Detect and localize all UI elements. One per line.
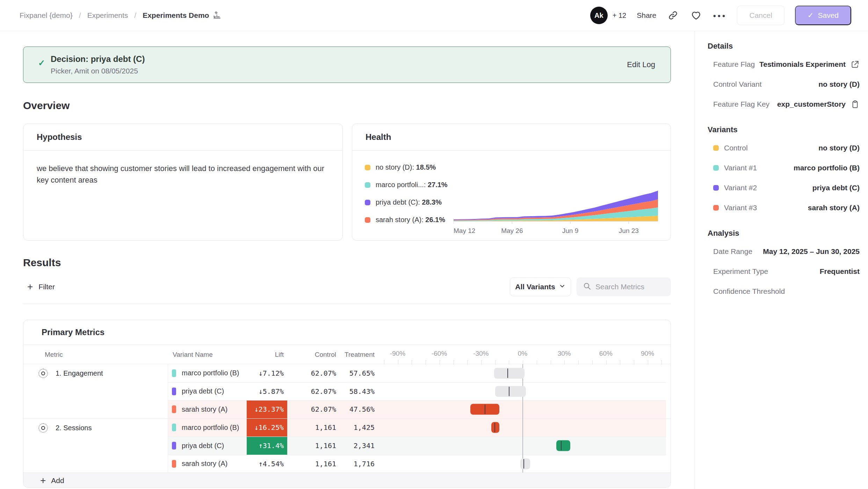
- metrics-table-header: Metric Variant Name Lift Control Treatme…: [23, 345, 671, 364]
- lift-value: ↓7.12%: [259, 369, 284, 377]
- confidence-interval-mid-tick: [523, 459, 524, 468]
- axis-tick-label: -90%: [390, 350, 405, 357]
- variant-color-chip: [172, 460, 176, 468]
- sidebar-section-heading: Variants: [708, 125, 860, 134]
- breadcrumb: Fixpanel {demo} / Experiments / Experime…: [20, 10, 222, 21]
- divider: [23, 304, 671, 304]
- clipboard-icon[interactable]: [851, 100, 860, 109]
- metric-target-icon-inner: [41, 371, 45, 375]
- column-header-lift: Lift: [247, 351, 287, 359]
- legend-color-chip: [365, 182, 370, 188]
- table-row[interactable]: sarah story (A)↓23.37%62.07%47.56%: [168, 400, 666, 418]
- sidebar-row-value: no story (D): [818, 144, 860, 152]
- confidence-interval-bar: [491, 422, 500, 433]
- cancel-button[interactable]: Cancel: [737, 6, 784, 25]
- lift-cell: ↓23.37%: [247, 401, 287, 418]
- variants-dropdown[interactable]: All Variants: [510, 277, 571, 296]
- treatment-value: 47.56%: [340, 405, 378, 413]
- health-chart-x-labels: May 12May 26Jun 9Jun 23: [454, 224, 658, 235]
- breadcrumb-experiments[interactable]: Experiments: [87, 11, 128, 20]
- variant-color-chip: [713, 205, 719, 211]
- treatment-value: 1,425: [340, 423, 378, 432]
- results-toolbar-right: All Variants: [510, 277, 671, 296]
- copy-link-icon[interactable]: [667, 9, 679, 22]
- share-button[interactable]: Share: [637, 11, 656, 20]
- search-input[interactable]: [595, 283, 665, 291]
- table-row[interactable]: priya debt (C)↑31.4%1,1612,341: [168, 437, 666, 455]
- external-link-icon[interactable]: [851, 60, 860, 69]
- variant-name: priya debt (C): [182, 387, 224, 395]
- favorite-heart-icon[interactable]: [690, 9, 702, 22]
- metric-target-icon-inner: [41, 426, 45, 430]
- overview-cards: Hypothesis we believe that showing custo…: [23, 123, 671, 241]
- lift-value: ↓23.37%: [254, 405, 284, 413]
- sidebar-row: Feature FlagTestimonials Experiment: [708, 54, 860, 74]
- confidence-interval-mid-tick: [485, 405, 485, 414]
- confidence-interval-cell: [378, 455, 666, 473]
- lift-cell: ↓5.87%: [247, 383, 287, 401]
- table-row[interactable]: priya debt (C)↓5.87%62.07%58.43%: [168, 382, 666, 401]
- confidence-interval-cell: [378, 364, 666, 382]
- breadcrumb-current[interactable]: Experiments Demo: [143, 10, 222, 21]
- variant-color-chip: [172, 442, 176, 449]
- legend-color-chip: [365, 165, 370, 170]
- metric-rows: marco portfolio (B)↓7.12%62.07%57.65%pri…: [168, 364, 666, 418]
- control-value: 1,161: [287, 441, 340, 450]
- sidebar-row-value[interactable]: Testimonials Experiment: [759, 60, 846, 69]
- primary-metrics-title: Primary Metrics: [42, 327, 104, 337]
- lift-value: ↓16.25%: [254, 423, 284, 432]
- confidence-interval-cell: [378, 383, 666, 401]
- saved-button[interactable]: ✓ Saved: [795, 6, 851, 25]
- sidebar-section-variants: VariantsControlno story (D)Variant #1mar…: [708, 125, 860, 218]
- table-row[interactable]: marco portfolio (B)↓16.25%1,1611,425: [168, 419, 666, 437]
- metric-cell[interactable]: 2. Sessions: [23, 419, 168, 473]
- breadcrumb-project[interactable]: Fixpanel {demo}: [20, 11, 73, 20]
- metric-cell[interactable]: 1. Engagement: [23, 364, 168, 418]
- column-header-control: Control: [287, 351, 340, 359]
- treatment-value: 58.43%: [340, 387, 378, 396]
- sidebar-row-value[interactable]: exp_customerStory: [777, 100, 846, 108]
- metric-group: 1. Engagementmarco portfolio (B)↓7.12%62…: [23, 364, 671, 418]
- add-metric-row[interactable]: + Add: [23, 473, 671, 488]
- legend-label: sarah story (A): 26.1%: [376, 216, 445, 224]
- check-icon: ✓: [38, 58, 45, 68]
- variant-color-chip: [172, 405, 176, 413]
- variant-color-chip: [172, 388, 176, 395]
- variant-cell: marco portfolio (B): [168, 369, 247, 377]
- edit-log-button[interactable]: Edit Log: [627, 47, 655, 83]
- more-options-button[interactable]: ●●●: [713, 13, 726, 19]
- sidebar-section-heading: Analysis: [708, 229, 860, 238]
- confidence-interval-bar: [495, 386, 526, 397]
- sidebar-row-label: Control Variant: [713, 80, 762, 88]
- health-legend-item: priya debt (C): 28.3%: [365, 198, 454, 206]
- legend-color-chip: [365, 217, 370, 223]
- column-header-variant: Variant Name: [168, 351, 247, 359]
- variant-cell: marco portfolio (B): [168, 424, 247, 432]
- health-card: Health no story (D): 18.5%marco portfoli…: [352, 123, 671, 241]
- details-sidebar: DetailsFeature FlagTestimonials Experime…: [694, 31, 868, 489]
- sidebar-section-heading: Details: [708, 42, 860, 51]
- sidebar-row: Variant #2priya debt (C): [708, 178, 860, 198]
- column-header-metric: Metric: [23, 351, 168, 359]
- table-row[interactable]: sarah story (A)↑4.54%1,1611,716: [168, 455, 666, 473]
- treatment-value: 57.65%: [340, 369, 378, 377]
- search-icon: [583, 282, 591, 292]
- variant-color-chip: [713, 145, 719, 151]
- confidence-interval-mid-tick: [509, 387, 509, 396]
- sidebar-row-label: Variant #1: [724, 164, 757, 172]
- hypothesis-body: we believe that showing customer stories…: [23, 151, 342, 198]
- add-filter-button[interactable]: + Filter: [23, 282, 55, 292]
- variant-name: sarah story (A): [182, 460, 227, 468]
- metrics-search[interactable]: [577, 277, 671, 296]
- collaborators-count[interactable]: + 12: [613, 12, 626, 20]
- plus-icon: +: [40, 476, 46, 486]
- control-value: 62.07%: [287, 369, 340, 377]
- health-card-header: Health: [352, 124, 671, 151]
- table-row[interactable]: marco portfolio (B)↓7.12%62.07%57.65%: [168, 364, 666, 382]
- lift-value: ↑31.4%: [259, 441, 284, 450]
- treatment-value: 1,716: [340, 460, 378, 468]
- metric-rows: marco portfolio (B)↓16.25%1,1611,425priy…: [168, 419, 666, 473]
- confidence-interval-mid-tick: [507, 368, 508, 378]
- confidence-interval-bar: [494, 368, 525, 378]
- avatar[interactable]: Ak: [590, 7, 608, 24]
